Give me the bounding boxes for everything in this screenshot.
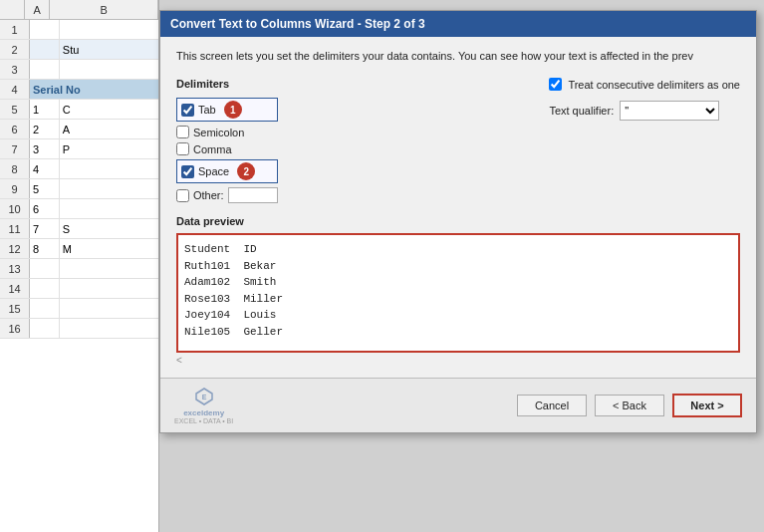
preview-label: Data preview <box>176 215 740 227</box>
data-preview-box: Student ID Ruth101 Bekar Adam102 Smith R… <box>176 233 740 353</box>
svg-text:E: E <box>201 394 206 400</box>
badge-2: 2 <box>237 162 255 180</box>
other-checkbox[interactable] <box>176 189 189 202</box>
wizard-dialog: Convert Text to Columns Wizard - Step 2 … <box>159 10 757 433</box>
table-row: 7 3 P <box>0 139 158 159</box>
table-row: 12 8 M <box>0 239 158 259</box>
text-qualifier-row: Text qualifier: " <box>549 101 740 121</box>
table-row: 16 <box>0 319 158 339</box>
table-row: 5 1 C <box>0 100 158 120</box>
delimiters-section: Delimiters Tab 1 Semicolon <box>176 78 278 207</box>
space-label: Space <box>198 165 229 177</box>
space-checkbox-row: Space 2 <box>176 159 278 183</box>
cancel-button[interactable]: Cancel <box>517 395 587 416</box>
preview-line-5: Joey104 Louis <box>184 307 732 324</box>
treat-consecutive-row: Treat consecutive delimiters as one <box>549 78 740 91</box>
table-row: 6 2 A <box>0 120 158 139</box>
table-row: 3 <box>0 60 158 80</box>
table-row: 14 <box>0 279 158 299</box>
table-row: 2 Stu <box>0 40 158 60</box>
semicolon-checkbox[interactable] <box>176 126 189 138</box>
dialog-description: This screen lets you set the delimiters … <box>176 49 740 64</box>
options-section: Treat consecutive delimiters as one Text… <box>549 78 740 121</box>
app-layout: A B 1 2 Stu 3 4 Serial No 5 1 <box>0 0 764 532</box>
badge-1: 1 <box>224 101 242 119</box>
watermark-icon: E <box>194 387 214 406</box>
next-button[interactable]: Next > <box>672 394 742 417</box>
other-input[interactable] <box>228 187 278 203</box>
delimiters-label: Delimiters <box>176 78 278 90</box>
col-b-header: B <box>50 0 158 19</box>
tab-checkbox[interactable] <box>181 104 194 117</box>
watermark-text2: EXCEL • DATA • BI <box>174 417 233 424</box>
comma-checkbox[interactable] <box>176 142 189 155</box>
back-button[interactable]: < Back <box>595 395 664 416</box>
preview-line-6: Nile105 Geller <box>184 324 732 341</box>
semicolon-checkbox-row: Semicolon <box>176 126 278 138</box>
tab-label: Tab <box>198 104 216 116</box>
row-number-header <box>0 0 25 19</box>
table-row: 11 7 S <box>0 219 158 239</box>
comma-label: Comma <box>193 143 232 155</box>
comma-checkbox-row: Comma <box>176 142 278 155</box>
dialog-body: This screen lets you set the delimiters … <box>160 37 756 378</box>
watermark-logo: E <box>194 387 214 408</box>
text-qualifier-label: Text qualifier: <box>549 105 614 117</box>
preview-line-4: Rose103 Miller <box>184 291 732 308</box>
table-row: 15 <box>0 299 158 319</box>
spreadsheet: A B 1 2 Stu 3 4 Serial No 5 1 <box>0 0 159 532</box>
col-a-header: A <box>25 0 50 19</box>
other-label: Other: <box>193 189 224 201</box>
table-row: 13 <box>0 259 158 279</box>
dialog-footer: E exceldemy EXCEL • DATA • BI Cancel < B… <box>160 378 756 432</box>
table-row: 9 5 <box>0 179 158 199</box>
other-checkbox-row: Other: <box>176 187 278 203</box>
space-checkbox[interactable] <box>181 165 194 178</box>
scroll-hint: < <box>176 355 740 366</box>
table-row: 10 6 <box>0 199 158 219</box>
column-headers: A B <box>0 0 158 20</box>
table-row: 4 Serial No <box>0 80 158 100</box>
treat-consecutive-label: Treat consecutive delimiters as one <box>568 79 740 91</box>
treat-consecutive-checkbox[interactable] <box>549 78 562 91</box>
preview-line-1: Student ID <box>184 241 732 258</box>
preview-line-2: Ruth101 Bekar <box>184 258 732 275</box>
table-row: 8 4 <box>0 159 158 179</box>
text-qualifier-select[interactable]: " <box>620 101 719 121</box>
watermark: E exceldemy EXCEL • DATA • BI <box>174 387 233 424</box>
dialog-title: Convert Text to Columns Wizard - Step 2 … <box>170 17 425 31</box>
dialog-titlebar: Convert Text to Columns Wizard - Step 2 … <box>160 11 756 37</box>
watermark-text1: exceldemy <box>183 408 224 417</box>
semicolon-label: Semicolon <box>193 127 244 138</box>
preview-line-3: Adam102 Smith <box>184 274 732 291</box>
table-row: 1 <box>0 20 158 40</box>
tab-checkbox-row: Tab 1 <box>176 98 278 122</box>
